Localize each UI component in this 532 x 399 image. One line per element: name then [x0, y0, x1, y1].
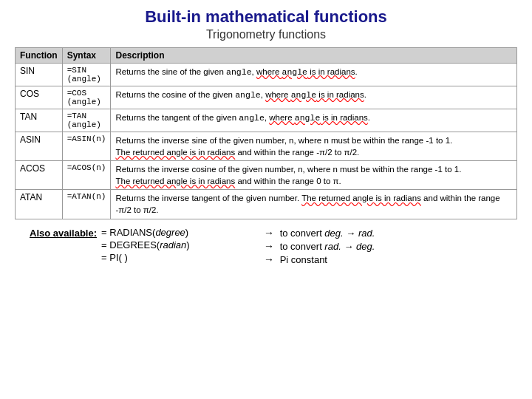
table-row: COS =COS(angle) Returns the cosine of th…: [16, 86, 517, 109]
func-syntax-asin: =ASIN(n): [62, 132, 111, 161]
func-name-cos: COS: [16, 86, 63, 109]
table-row: ATAN =ATAN(n) Returns the inverse tangen…: [16, 190, 517, 219]
also-item-radians: = RADIANS(degree): [101, 227, 256, 238]
also-functions: = RADIANS(degree) = DEGREES(radian) = PI…: [101, 227, 256, 263]
also-label: Also available:: [30, 227, 97, 239]
also-desc-radians: → to convert deg. → rad.: [264, 227, 375, 239]
also-section: Also available: = RADIANS(degree) = DEGR…: [15, 227, 517, 265]
func-name-tan: TAN: [16, 109, 63, 132]
func-syntax-acos: =ACOS(n): [62, 161, 111, 190]
col-header-syntax: Syntax: [62, 48, 111, 64]
func-syntax-cos: =COS(angle): [62, 86, 111, 109]
func-name-sin: SIN: [16, 64, 63, 86]
func-desc-sin: Returns the sine of the given angle, whe…: [111, 64, 517, 86]
table-header-row: Function Syntax Description: [16, 48, 517, 64]
func-desc-atan: Returns the inverse tangent of the given…: [111, 190, 517, 219]
func-desc-asin: Returns the inverse sine of the given nu…: [111, 132, 517, 161]
main-title: Built-in mathematical functions: [145, 7, 387, 27]
table-row: TAN =TAN(angle) Returns the tangent of t…: [16, 109, 517, 132]
table-row: ASIN =ASIN(n) Returns the inverse sine o…: [16, 132, 517, 161]
also-desc-pi: → Pi constant: [264, 253, 375, 265]
func-syntax-tan: =TAN(angle): [62, 109, 111, 132]
col-header-description: Description: [111, 48, 517, 64]
also-descriptions: → to convert deg. → rad. → to convert ra…: [264, 227, 375, 265]
also-desc-degrees: → to convert rad. → deg.: [264, 240, 375, 252]
function-table: Function Syntax Description SIN =SIN(ang…: [15, 47, 517, 219]
func-name-asin: ASIN: [16, 132, 63, 161]
page: Built-in mathematical functions Trigonom…: [0, 0, 532, 399]
table-row: ACOS =ACOS(n) Returns the inverse cosine…: [16, 161, 517, 190]
func-desc-acos: Returns the inverse cosine of the given …: [111, 161, 517, 190]
col-header-function: Function: [16, 48, 63, 64]
func-syntax-sin: =SIN(angle): [62, 64, 111, 86]
sub-title: Trigonometry functions: [206, 28, 326, 41]
also-item-pi: = PI( ): [101, 252, 256, 263]
func-syntax-atan: =ATAN(n): [62, 190, 111, 219]
func-name-acos: ACOS: [16, 161, 63, 190]
func-desc-tan: Returns the tangent of the given angle, …: [111, 109, 517, 132]
also-item-degrees: = DEGREES(radian): [101, 239, 256, 250]
func-name-atan: ATAN: [16, 190, 63, 219]
func-desc-cos: Returns the cosine of the given angle, w…: [111, 86, 517, 109]
table-row: SIN =SIN(angle) Returns the sine of the …: [16, 64, 517, 86]
